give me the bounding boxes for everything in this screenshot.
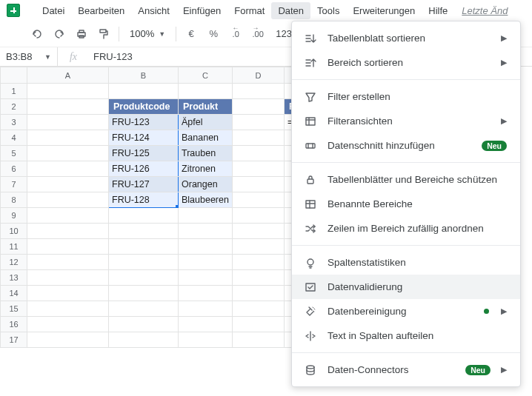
row-header-15[interactable]: 15 <box>1 301 27 317</box>
menu-item-filter-views[interactable]: Filteransichten▶ <box>292 109 520 133</box>
cell[interactable]: Produktcode <box>109 99 179 115</box>
menu-format[interactable]: Format <box>227 2 271 19</box>
cell[interactable] <box>179 332 233 348</box>
cell[interactable] <box>27 146 109 161</box>
row-header-2[interactable]: 2 <box>1 99 27 115</box>
menu-hilfe[interactable]: Hilfe <box>422 2 454 19</box>
row-header-4[interactable]: 4 <box>1 130 27 146</box>
cell[interactable] <box>232 208 284 224</box>
zoom-select[interactable]: 100%▼ <box>124 28 171 39</box>
cell[interactable] <box>232 270 284 286</box>
undo-button[interactable] <box>27 24 47 44</box>
cell[interactable] <box>109 332 179 348</box>
col-header-C[interactable]: C <box>179 67 233 84</box>
cell[interactable] <box>232 161 284 177</box>
cell[interactable] <box>109 301 179 317</box>
cell[interactable] <box>179 301 233 317</box>
menu-item-sort-range[interactable]: Bereich sortieren▶ <box>292 50 520 75</box>
row-header-11[interactable]: 11 <box>1 239 27 255</box>
cell[interactable] <box>232 332 284 348</box>
cell[interactable] <box>179 224 233 239</box>
cell[interactable]: Bananen <box>179 130 233 146</box>
menu-item-slicer[interactable]: Datenschnitt hinzufügenNeu <box>292 133 520 158</box>
cell[interactable]: Produkt <box>179 99 233 115</box>
cell[interactable] <box>179 286 233 301</box>
menu-tools[interactable]: Tools <box>310 2 346 19</box>
cell[interactable]: Blaubeeren <box>179 192 233 208</box>
col-header-D[interactable]: D <box>232 67 284 84</box>
cell[interactable]: Äpfel <box>179 115 233 130</box>
cell[interactable] <box>27 301 109 317</box>
menu-item-bulb[interactable]: Spaltenstatistiken <box>292 250 520 275</box>
menu-item-clean[interactable]: Datenbereinigung▶ <box>292 299 520 323</box>
cell[interactable]: FRU-124 <box>109 130 179 146</box>
cell[interactable] <box>179 255 233 270</box>
cell[interactable] <box>109 239 179 255</box>
row-header-8[interactable]: 8 <box>1 192 27 208</box>
cell[interactable]: Orangen <box>179 177 233 192</box>
menu-item-filter[interactable]: Filter erstellen <box>292 84 520 109</box>
cell[interactable] <box>27 317 109 332</box>
cell[interactable] <box>232 317 284 332</box>
menu-item-shuffle[interactable]: Zeilen im Bereich zufällig anordnen <box>292 216 520 241</box>
cell[interactable] <box>109 84 179 99</box>
cell[interactable]: FRU-128 <box>109 192 179 208</box>
cell[interactable]: Zitronen <box>179 161 233 177</box>
cell[interactable] <box>27 177 109 192</box>
increase-decimals-button[interactable]: .00→ <box>247 24 268 44</box>
cell[interactable] <box>27 286 109 301</box>
name-box[interactable]: B3:B8▼ <box>0 47 58 66</box>
row-header-7[interactable]: 7 <box>1 177 27 192</box>
formula-input[interactable]: FRU-123 <box>89 51 133 62</box>
cell[interactable]: FRU-123 <box>109 115 179 130</box>
cell[interactable] <box>27 255 109 270</box>
cell[interactable] <box>232 255 284 270</box>
cell[interactable] <box>109 317 179 332</box>
print-button[interactable] <box>71 24 92 44</box>
cell[interactable] <box>232 239 284 255</box>
cell[interactable] <box>232 177 284 192</box>
row-header-17[interactable]: 17 <box>1 332 27 348</box>
cell[interactable] <box>27 224 109 239</box>
cell[interactable] <box>27 130 109 146</box>
cell[interactable]: FRU-125 <box>109 146 179 161</box>
row-header-5[interactable]: 5 <box>1 146 27 161</box>
format-currency-button[interactable]: € <box>181 24 202 44</box>
paint-format-button[interactable] <box>93 24 114 44</box>
menu-item-split[interactable]: Text in Spalten aufteilen <box>292 323 520 348</box>
menu-datei[interactable]: Datei <box>36 2 71 19</box>
cell[interactable] <box>27 192 109 208</box>
row-header-16[interactable]: 16 <box>1 317 27 332</box>
row-header-13[interactable]: 13 <box>1 270 27 286</box>
cell[interactable] <box>109 224 179 239</box>
cell[interactable] <box>179 239 233 255</box>
cell[interactable]: Trauben <box>179 146 233 161</box>
row-header-3[interactable]: 3 <box>1 115 27 130</box>
row-header-12[interactable]: 12 <box>1 255 27 270</box>
cell[interactable] <box>109 286 179 301</box>
cell[interactable] <box>232 130 284 146</box>
col-header-A[interactable]: A <box>27 67 109 84</box>
row-header-14[interactable]: 14 <box>1 286 27 301</box>
menu-item-sort-sheet[interactable]: Tabellenblatt sortieren▶ <box>292 26 520 50</box>
cell[interactable]: FRU-127 <box>109 177 179 192</box>
row-header-1[interactable]: 1 <box>1 84 27 99</box>
format-percent-button[interactable]: % <box>203 24 224 44</box>
redo-button[interactable] <box>49 24 70 44</box>
cell[interactable] <box>27 115 109 130</box>
menu-item-db[interactable]: Daten-ConnectorsNeu▶ <box>292 358 520 382</box>
menu-ansicht[interactable]: Ansicht <box>131 2 176 19</box>
cell[interactable] <box>232 192 284 208</box>
cell[interactable] <box>27 270 109 286</box>
cell[interactable]: FRU-126 <box>109 161 179 177</box>
menu-item-named[interactable]: Benannte Bereiche <box>292 192 520 216</box>
col-header-B[interactable]: B <box>109 67 179 84</box>
menu-einfügen[interactable]: Einfügen <box>176 2 227 19</box>
row-header-9[interactable]: 9 <box>1 208 27 224</box>
cell[interactable] <box>179 84 233 99</box>
menu-bearbeiten[interactable]: Bearbeiten <box>71 2 131 19</box>
select-all-corner[interactable] <box>1 67 27 84</box>
cell[interactable] <box>232 286 284 301</box>
cell[interactable] <box>27 332 109 348</box>
cell[interactable] <box>109 208 179 224</box>
